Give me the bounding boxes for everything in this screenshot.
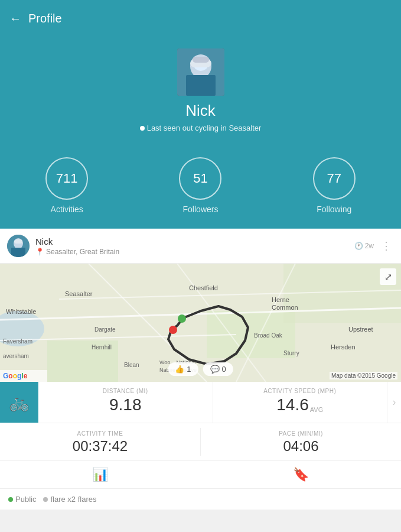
card-meta: 🕐 2w ⋮ [354,239,394,252]
following-count: 77 [327,171,341,186]
activities-label: Activities [51,205,83,214]
svg-text:Broad Oak: Broad Oak [254,332,283,339]
location-dot-icon [140,126,145,131]
expand-icon: ⤢ [384,271,392,283]
stat-circle-activities: 711 [45,157,88,200]
distance-value: 9.18 [109,397,142,413]
svg-rect-5 [193,57,209,63]
speed-label: ACTIVITY SPEED (MPH) [263,388,336,394]
pace-cell: PACE (MIN/MI) 04:06 [201,428,401,456]
stat-circle-followers: 51 [179,157,221,200]
comment-icon: 💬 [210,365,220,374]
svg-text:Blean: Blean [124,362,139,368]
svg-rect-8 [11,248,25,257]
footer-info: Public flare x2 flares [0,489,401,510]
time-value: 00:37:42 [73,439,128,453]
pin-icon: 📍 [35,248,44,256]
chart-icon[interactable]: 📊 [92,467,108,482]
page-title: Profile [28,12,62,25]
svg-text:Upstreet: Upstreet [348,326,373,333]
time-label: ACTIVITY TIME [77,430,123,437]
stats-row: 711 Activities 51 Followers 77 Following [0,147,401,229]
distance-label: DISTANCE (MI) [103,388,148,394]
followers-label: Followers [183,205,219,214]
svg-text:Seasalter: Seasalter [65,290,93,297]
svg-text:Dargate: Dargate [94,326,116,333]
following-label: Following [317,205,351,214]
svg-text:Hernhill: Hernhill [92,344,112,351]
pace-label: PACE (MIN/MI) [279,430,323,437]
actions-row: 📊 🔖 [0,461,401,489]
svg-text:aversham: aversham [3,353,29,359]
flare-tag: flare x2 flares [43,495,96,504]
clock-icon: 🕐 [354,242,363,250]
svg-text:Sturry: Sturry [283,350,299,356]
card-location: 📍 Seasalter, Great Britain [35,248,354,256]
chevron-right-icon[interactable]: › [387,382,401,423]
svg-text:Faversham: Faversham [3,338,32,345]
bike-cell: 🚲 [0,382,38,423]
activities-count: 711 [56,171,78,186]
public-dot-icon [8,497,13,502]
map-attribution: Map data ©2015 Google [330,372,397,379]
speed-value-wrapper: 14.6 AVG [276,397,323,413]
pace-value: 04:06 [283,439,318,453]
main-data-inner: DISTANCE (MI) 9.18 ACTIVITY SPEED (MPH) … [38,382,387,423]
svg-point-38 [169,326,177,334]
activity-card: Nick 📍 Seasalter, Great Britain 🕐 2w ⋮ [0,229,401,510]
svg-point-37 [178,314,186,323]
more-options-button[interactable]: ⋮ [379,239,394,252]
bike-icon: 🚲 [9,392,30,412]
card-header: Nick 📍 Seasalter, Great Britain 🕐 2w ⋮ [0,229,401,264]
speed-value: 14.6 [276,397,309,413]
speed-sub: AVG [310,406,323,413]
profile-hero: Nick Last seen out cycling in Seasalter [0,37,401,147]
thumbs-reaction[interactable]: 👍 1 [168,362,198,376]
last-seen: Last seen out cycling in Seasalter [140,124,262,132]
header: ← Profile [0,0,401,37]
card-avatar [7,235,30,257]
svg-text:Google: Google [3,372,28,380]
flare-dot-icon [43,497,48,502]
svg-rect-9 [14,239,22,244]
avatar [177,48,224,96]
followers-count: 51 [193,171,207,186]
second-data-row: ACTIVITY TIME 00:37:42 PACE (MIN/MI) 04:… [0,423,401,461]
speed-cell: ACTIVITY SPEED (MPH) 14.6 AVG [213,382,387,423]
svg-rect-2 [186,75,216,96]
card-user-name: Nick [35,236,354,246]
thumbs-icon: 👍 [175,365,184,374]
comment-reaction[interactable]: 💬 0 [203,362,233,376]
svg-text:Chestfield: Chestfield [189,284,218,291]
stat-followers[interactable]: 51 Followers [133,157,267,214]
profile-name: Nick [185,102,216,120]
reaction-bar: 👍 1 💬 0 [168,362,233,376]
stat-following[interactable]: 77 Following [268,157,401,214]
card-user-info: Nick 📍 Seasalter, Great Britain [35,236,354,256]
card-time: 🕐 2w [354,242,374,250]
back-button[interactable]: ← [9,12,21,25]
stat-circle-following: 77 [313,157,356,200]
time-cell: ACTIVITY TIME 00:37:42 [0,428,201,456]
bookmark-icon[interactable]: 🔖 [293,467,309,482]
distance-cell: DISTANCE (MI) 9.18 [38,382,213,423]
svg-text:Hersden: Hersden [331,343,356,351]
main-data-row: 🚲 DISTANCE (MI) 9.18 ACTIVITY SPEED (MPH… [0,382,401,423]
stat-activities[interactable]: 711 Activities [0,157,133,214]
map-expand-button[interactable]: ⤢ [380,268,396,285]
visibility-tag: Public [8,495,36,504]
svg-text:Whitstable: Whitstable [6,308,36,315]
svg-text:Common: Common [272,304,298,311]
map-container[interactable]: Whitstable Seasalter Chestfield Herne Co… [0,264,401,382]
svg-text:Herne: Herne [272,296,289,303]
